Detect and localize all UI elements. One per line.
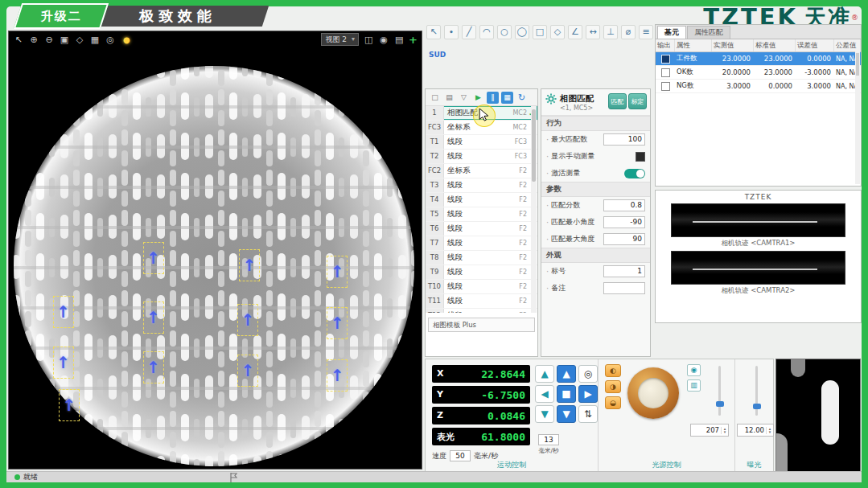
jog-left-icon[interactable]: ◀: [535, 385, 554, 403]
stop-icon[interactable]: ■: [557, 385, 576, 403]
results-tab[interactable]: 属性匹配: [687, 26, 730, 39]
field-input[interactable]: 1: [603, 265, 645, 277]
match-marker[interactable]: ↑: [143, 301, 164, 334]
field-checkbox[interactable]: [636, 152, 645, 162]
spinner-arrows-icon[interactable]: ▴▾: [766, 427, 773, 434]
jog-up-fast-icon[interactable]: ▲: [557, 365, 576, 383]
template-footer[interactable]: 相图模板 Plus: [428, 318, 535, 332]
field-toggle[interactable]: [624, 169, 645, 178]
cursor-icon[interactable]: ↖: [13, 35, 24, 45]
scrollbar-thumb[interactable]: [532, 109, 536, 182]
program-row[interactable]: T4 线段 F2 ✓: [426, 193, 537, 207]
jog-down-fast-icon[interactable]: ▼: [557, 405, 576, 423]
rect-icon[interactable]: □: [533, 25, 547, 39]
grid-icon[interactable]: ▦: [89, 35, 101, 45]
program-row[interactable]: T11 线段 F2 ✓: [426, 294, 537, 309]
match-marker[interactable]: ↑: [53, 296, 74, 328]
arc-icon[interactable]: ◠: [479, 25, 494, 39]
match-marker[interactable]: ↑: [59, 389, 80, 421]
diameter-icon[interactable]: ⌀: [621, 25, 636, 39]
program-row[interactable]: T3 线段 F2 ✓: [426, 178, 537, 193]
program-row[interactable]: FC2 坐标系 F2 ✓: [426, 164, 537, 178]
program-row[interactable]: T1 线段 FC3 ✓: [426, 135, 537, 150]
spinner-arrows-icon[interactable]: ▴▾: [721, 427, 728, 434]
open-icon[interactable]: ▤: [443, 92, 455, 104]
match-marker[interactable]: ↑: [143, 242, 164, 274]
fit-view-icon[interactable]: ▣: [59, 35, 70, 45]
output-checkbox[interactable]: [661, 68, 670, 77]
point-icon[interactable]: ∙: [444, 25, 459, 39]
program-row[interactable]: T5 线段 F2 ✓: [426, 207, 537, 222]
field-input[interactable]: 0.8: [603, 199, 645, 211]
list-icon[interactable]: ≡: [639, 25, 653, 39]
jog-right-icon[interactable]: ▶: [578, 385, 598, 403]
field-input[interactable]: 100: [603, 133, 645, 146]
field-input[interactable]: [603, 282, 645, 294]
split-view-icon[interactable]: ◫: [363, 35, 374, 45]
pause-icon[interactable]: ‖: [487, 92, 499, 104]
pan-icon[interactable]: ◇: [74, 35, 85, 45]
refresh-icon[interactable]: ↻: [516, 92, 528, 104]
z-axis-icon[interactable]: ⇅: [578, 405, 598, 423]
ring-light-icon[interactable]: ◐: [605, 364, 621, 377]
program-row[interactable]: T7 线段 F2 ✓: [426, 236, 537, 251]
select-icon[interactable]: ↖: [426, 25, 441, 39]
exposure-slider[interactable]: [753, 366, 761, 416]
match-marker[interactable]: ↑: [239, 249, 260, 281]
circle-icon[interactable]: ○: [497, 25, 512, 39]
perpendicular-icon[interactable]: ⊥: [603, 25, 618, 39]
wafer-image[interactable]: ↑↑↑↑↑↑↑↑↑↑↑↑: [9, 47, 422, 469]
flag-icon[interactable]: [230, 473, 238, 484]
slider-handle[interactable]: [753, 404, 761, 409]
results-scrollbar[interactable]: [855, 51, 860, 184]
polygon-icon[interactable]: ◇: [550, 25, 565, 39]
light-value-spinner[interactable]: 207▴▾: [690, 424, 729, 437]
match-marker[interactable]: ↑: [53, 347, 74, 379]
light-lock-icon[interactable]: ▥: [687, 379, 701, 392]
program-row[interactable]: T12 线段 F2 ✓: [426, 309, 537, 313]
program-row[interactable]: T9 线段 F2 ✓: [426, 265, 537, 280]
field-input[interactable]: 90: [603, 233, 645, 245]
light-bulb-icon[interactable]: ●: [123, 35, 130, 44]
run-icon[interactable]: ▶: [472, 92, 484, 104]
line-icon[interactable]: ╱: [462, 25, 476, 39]
program-row[interactable]: T10 线段 F2 ✓: [426, 280, 537, 294]
match-button[interactable]: 匹配: [608, 93, 627, 109]
light-slider[interactable]: [716, 366, 724, 416]
new-icon[interactable]: □: [429, 92, 441, 104]
back-light-icon[interactable]: ◒: [605, 396, 621, 409]
program-row[interactable]: T2 线段 FC3 ✓: [426, 150, 537, 164]
match-marker[interactable]: ↑: [237, 355, 258, 387]
joystick-knob[interactable]: [638, 378, 668, 408]
calibrate-button[interactable]: 标定: [628, 93, 647, 109]
program-row[interactable]: 1 相图匹配 MC2 ✓: [426, 106, 537, 121]
result-row[interactable]: OK数 20.0000 23.0000 -3.0000 NA, NA: [656, 66, 861, 80]
field-input[interactable]: -90: [603, 216, 645, 228]
save-icon[interactable]: ▽: [458, 92, 470, 104]
program-row[interactable]: FC3 坐标系 MC2 ✓: [426, 121, 537, 135]
jog-up-icon[interactable]: ▲: [535, 365, 554, 383]
zoom-in-icon[interactable]: ⊕: [28, 35, 39, 45]
camera-icon[interactable]: ◉: [687, 364, 701, 376]
gear-icon[interactable]: ◎: [578, 365, 598, 383]
joystick[interactable]: [627, 367, 679, 419]
program-scrollbar[interactable]: [531, 106, 537, 313]
ellipse-icon[interactable]: ◯: [515, 25, 529, 39]
results-tab[interactable]: 基元: [657, 26, 686, 39]
layers-icon[interactable]: ▤: [393, 35, 405, 45]
angle-icon[interactable]: ∠: [568, 25, 582, 39]
trajectory-image[interactable]: [671, 251, 845, 285]
table-icon[interactable]: ▦: [501, 92, 513, 104]
output-checkbox[interactable]: [661, 55, 670, 64]
output-checkbox[interactable]: [661, 82, 670, 91]
match-marker[interactable]: ↑: [327, 359, 348, 392]
step-input[interactable]: 13: [538, 434, 559, 445]
slider-handle[interactable]: [716, 401, 724, 407]
match-marker[interactable]: ↑: [327, 256, 348, 288]
result-row[interactable]: 工件数 23.0000 23.0000 0.0000 NA, NA: [656, 52, 861, 66]
match-marker[interactable]: ↑: [327, 307, 348, 339]
coax-light-icon[interactable]: ◑: [605, 380, 621, 393]
exposure-value-spinner[interactable]: 12.00▴▾: [737, 424, 774, 437]
zoom-out-icon[interactable]: ⊖: [43, 35, 55, 45]
program-row[interactable]: T6 线段 F2 ✓: [426, 222, 537, 236]
